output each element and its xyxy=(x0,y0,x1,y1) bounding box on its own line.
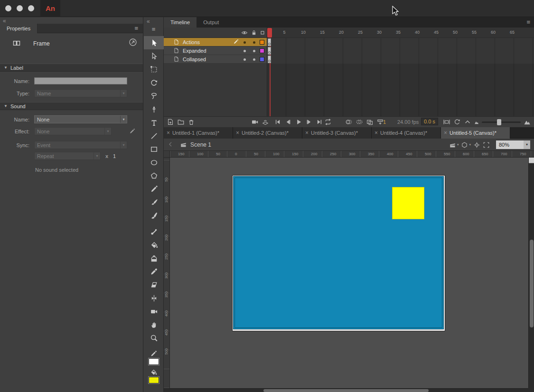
edit-multiple-frames-icon[interactable] xyxy=(366,118,374,126)
oval-tool[interactable] xyxy=(144,156,164,169)
layer-visibility-dot[interactable] xyxy=(244,50,246,52)
vertical-scrollbar[interactable] xyxy=(528,158,534,388)
timeline-zoom-slider[interactable] xyxy=(482,121,521,123)
camera-tool[interactable] xyxy=(144,305,164,318)
close-tab-icon[interactable]: × xyxy=(444,130,447,136)
onion-outline-icon[interactable] xyxy=(356,118,363,126)
close-tab-icon[interactable]: × xyxy=(167,130,170,136)
go-last-icon[interactable] xyxy=(316,118,323,126)
layer-lock-dot[interactable] xyxy=(253,58,255,61)
pasteboard[interactable] xyxy=(170,158,528,388)
layer-expanded[interactable]: Expanded xyxy=(164,47,267,55)
paint-brush-tool[interactable] xyxy=(144,196,164,209)
eyedropper-tool[interactable] xyxy=(144,265,164,278)
tools-menu-icon[interactable]: ≡ xyxy=(144,26,163,33)
fill-color-swatch[interactable] xyxy=(149,377,159,383)
repeat-count[interactable]: 1 xyxy=(113,153,116,159)
collapse-panel-icon[interactable]: « xyxy=(3,18,6,24)
horizontal-scrollbar[interactable] xyxy=(164,388,528,392)
delete-icon[interactable] xyxy=(187,118,195,126)
elapsed-time[interactable]: 0.0 s xyxy=(421,118,438,125)
frame-size-icon[interactable] xyxy=(443,118,450,126)
large-frames-icon[interactable] xyxy=(524,119,531,126)
line-tool[interactable] xyxy=(144,129,164,142)
hand-tool[interactable] xyxy=(144,318,164,331)
horizontal-scrollbar-thumb[interactable] xyxy=(263,389,429,392)
sound-sync-select[interactable]: Event ▾ xyxy=(34,141,127,149)
layer-actions[interactable]: Actions xyxy=(164,38,267,47)
sound-name-select[interactable]: None ▾ xyxy=(34,115,127,123)
label-section-header[interactable]: ▼ Label xyxy=(0,64,143,72)
document-tab[interactable]: ×Untitled-2 (Canvas)* xyxy=(233,127,302,139)
onion-skin-icon[interactable] xyxy=(345,118,353,126)
sound-section-header[interactable]: ▼ Sound xyxy=(0,102,143,110)
frame-rate[interactable]: 24.00 fps xyxy=(397,119,419,125)
go-first-icon[interactable] xyxy=(274,118,281,126)
circle-arrow-icon[interactable] xyxy=(129,38,137,47)
label-name-input[interactable] xyxy=(34,77,127,84)
document-tab[interactable]: ×Untitled-3 (Canvas)* xyxy=(302,127,372,139)
layer-name[interactable]: Collapsed xyxy=(183,56,206,62)
document-tab[interactable]: ×Untitled-1 (Canvas)* xyxy=(164,127,233,139)
close-tab-icon[interactable]: × xyxy=(375,130,378,136)
layer-visibility-dot[interactable] xyxy=(244,58,246,61)
new-layer-icon[interactable] xyxy=(167,118,174,126)
keyframe-frame1[interactable] xyxy=(268,47,271,55)
frame-ruler[interactable]: 5101520253035404550556065 xyxy=(267,28,534,38)
clip-content-icon[interactable] xyxy=(483,141,490,149)
zoom-tool[interactable] xyxy=(144,331,164,345)
small-frames-icon[interactable] xyxy=(474,120,479,125)
minimize-window-button[interactable] xyxy=(17,5,23,11)
edit-envelope-icon[interactable] xyxy=(129,128,135,134)
bone-tool[interactable] xyxy=(144,225,164,238)
zoom-select[interactable]: 80% ▾ xyxy=(496,140,530,149)
sound-effect-select[interactable]: None ▾ xyxy=(34,127,112,135)
edit-scene-icon[interactable] xyxy=(449,141,456,149)
polystar-tool[interactable] xyxy=(144,169,164,182)
step-forward-icon[interactable] xyxy=(305,118,313,126)
rectangle-tool[interactable] xyxy=(144,142,164,156)
close-tab-icon[interactable]: × xyxy=(236,130,239,136)
back-icon[interactable] xyxy=(167,141,174,148)
lock-all-layers-icon[interactable] xyxy=(251,29,257,36)
layer-visibility-dot[interactable] xyxy=(244,41,246,44)
label-type-select[interactable]: Name ▾ xyxy=(34,89,127,97)
panel-menu-icon[interactable]: ≡ xyxy=(134,25,138,32)
zoom-window-button[interactable] xyxy=(28,5,34,11)
pencil-tool[interactable] xyxy=(144,182,164,196)
reset-zoom-icon[interactable] xyxy=(453,118,461,126)
tab-output[interactable]: Output xyxy=(197,17,225,28)
close-tab-icon[interactable]: × xyxy=(305,130,309,136)
layer-lock-dot[interactable] xyxy=(253,41,255,44)
document-tab[interactable]: ×Untitled-5 (Canvas)* xyxy=(441,127,510,139)
tab-timeline[interactable]: Timeline xyxy=(164,17,197,28)
sound-repeat-select[interactable]: Repeat ▾ xyxy=(34,152,101,160)
keyframe-frame1[interactable] xyxy=(268,56,271,63)
layer-lock-dot[interactable] xyxy=(253,50,255,52)
camera-icon[interactable] xyxy=(251,118,259,126)
layer-name[interactable]: Actions xyxy=(183,39,200,45)
layer-outline-swatch[interactable] xyxy=(260,40,264,45)
edit-symbol-icon[interactable] xyxy=(461,141,468,149)
brush-tool[interactable] xyxy=(144,209,164,222)
frame-grid[interactable] xyxy=(267,38,534,116)
ink-bottle-tool[interactable] xyxy=(144,252,164,265)
subselection-tool[interactable] xyxy=(144,49,164,63)
minimize-icon[interactable] xyxy=(464,118,471,126)
rotation-tool[interactable] xyxy=(144,76,164,89)
layer-collapsed[interactable]: Collapsed xyxy=(164,55,267,64)
layer-depth-icon[interactable] xyxy=(262,118,269,126)
free-transform-tool[interactable] xyxy=(144,63,164,76)
scrollbar-top-button[interactable] xyxy=(529,158,534,163)
yellow-rectangle[interactable] xyxy=(392,187,424,219)
collapse-tools-icon[interactable]: « xyxy=(147,18,150,25)
close-window-button[interactable] xyxy=(5,5,11,11)
stroke-color-swatch[interactable] xyxy=(149,358,159,365)
loop-icon[interactable] xyxy=(324,118,332,126)
playhead[interactable] xyxy=(267,28,272,37)
pen-tool[interactable] xyxy=(144,103,164,116)
eraser-tool[interactable] xyxy=(144,278,164,291)
disclosure-icon[interactable]: ▼ xyxy=(4,104,8,108)
show-hide-all-layers-icon[interactable] xyxy=(241,29,248,36)
width-tool[interactable] xyxy=(144,291,164,305)
